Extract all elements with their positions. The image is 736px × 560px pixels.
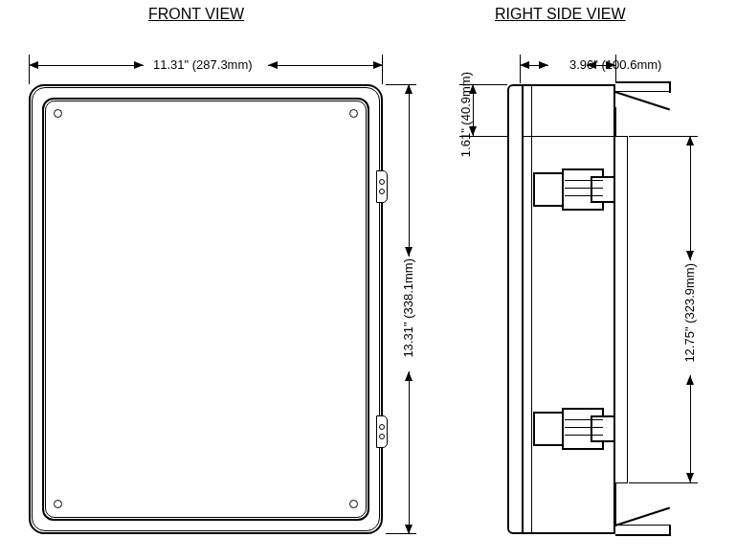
dimension-arrow	[29, 65, 144, 66]
front-view-title: FRONT VIEW	[148, 6, 244, 23]
front-cover-inner	[45, 101, 367, 518]
right-side-view-title: RIGHT SIDE VIEW	[495, 6, 626, 23]
screw-hole	[349, 109, 358, 118]
extension-line	[29, 55, 30, 84]
dimension-arrow	[690, 375, 691, 482]
front-width-dim: 11.31" (287.3mm)	[153, 57, 253, 72]
side-latch-top	[533, 165, 615, 214]
extension-line	[382, 55, 383, 84]
extension-line	[629, 482, 698, 483]
extension-line	[520, 55, 521, 83]
dimension-arrow	[473, 84, 474, 136]
screw-hole	[54, 500, 62, 508]
screw-hole	[349, 500, 358, 508]
front-latch-top	[376, 170, 388, 203]
extension-line	[459, 136, 617, 137]
side-height-dim: 12.75" (323.9mm)	[682, 263, 697, 363]
side-lid-lip	[507, 84, 524, 534]
screw-hole	[54, 109, 62, 118]
dimension-arrow	[409, 371, 410, 534]
side-latch-bottom	[533, 404, 615, 454]
side-body	[520, 84, 615, 534]
side-depth-dim: 3.96" (100.6mm)	[569, 57, 661, 72]
side-recess-line	[615, 482, 628, 483]
side-body-edge	[531, 84, 532, 534]
dimension-arrow	[409, 84, 410, 257]
side-recess-line	[627, 136, 628, 482]
side-recess-line	[615, 482, 616, 525]
dimension-arrow	[520, 65, 548, 66]
front-latch-bottom	[376, 415, 388, 448]
dimension-arrow	[690, 136, 691, 260]
side-flange-offset-dim: 1.61" (40.9mm)	[458, 72, 473, 157]
side-recess-line	[615, 107, 616, 136]
dimension-arrow	[268, 65, 383, 66]
front-height-dim: 13.31" (338.1mm)	[401, 258, 415, 358]
